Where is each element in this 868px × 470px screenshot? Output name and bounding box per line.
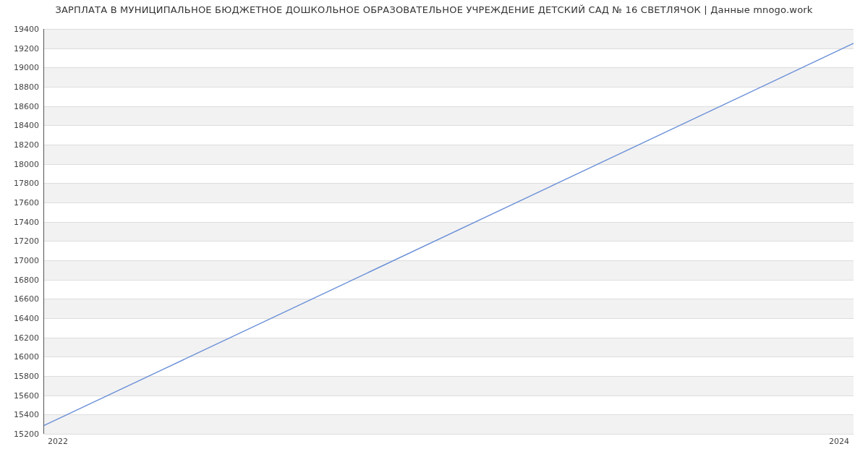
y-tick-label: 16400 <box>3 314 39 323</box>
y-tick-label: 17600 <box>3 198 39 208</box>
y-tick-label: 15200 <box>3 430 39 439</box>
y-tick-label: 15600 <box>3 390 39 400</box>
y-tick-label: 18600 <box>3 101 39 111</box>
salary-line-chart: ЗАРПЛАТА В МУНИЦИПАЛЬНОЕ БЮДЖЕТНОЕ ДОШКО… <box>0 0 868 470</box>
y-tick-label: 16000 <box>3 352 39 362</box>
y-tick-label: 19000 <box>3 63 39 72</box>
y-tick-label: 16200 <box>3 333 39 342</box>
y-tick-label: 18400 <box>3 121 39 130</box>
y-tick-label: 17800 <box>3 179 39 188</box>
y-tick-label: 16600 <box>3 294 39 304</box>
y-tick-label: 15800 <box>3 372 39 381</box>
y-tick-label: 17200 <box>3 236 39 246</box>
y-tick-label: 19200 <box>3 43 39 53</box>
chart-title: ЗАРПЛАТА В МУНИЦИПАЛЬНОЕ БЮДЖЕТНОЕ ДОШКО… <box>0 4 868 15</box>
y-tick-label: 16800 <box>3 275 39 284</box>
y-tick-label: 18200 <box>3 140 39 150</box>
y-tick-label: 18000 <box>3 159 39 168</box>
x-tick-label: 2024 <box>829 437 849 446</box>
y-gridline <box>44 434 854 435</box>
plot-area <box>43 29 854 434</box>
x-tick-label: 2022 <box>48 437 68 446</box>
series-line <box>44 43 854 426</box>
y-tick-label: 18800 <box>3 82 39 92</box>
y-tick-label: 17400 <box>3 217 39 226</box>
y-tick-label: 15400 <box>3 410 39 419</box>
y-tick-label: 19400 <box>3 25 39 34</box>
line-layer <box>44 29 854 433</box>
y-tick-label: 17000 <box>3 256 39 265</box>
